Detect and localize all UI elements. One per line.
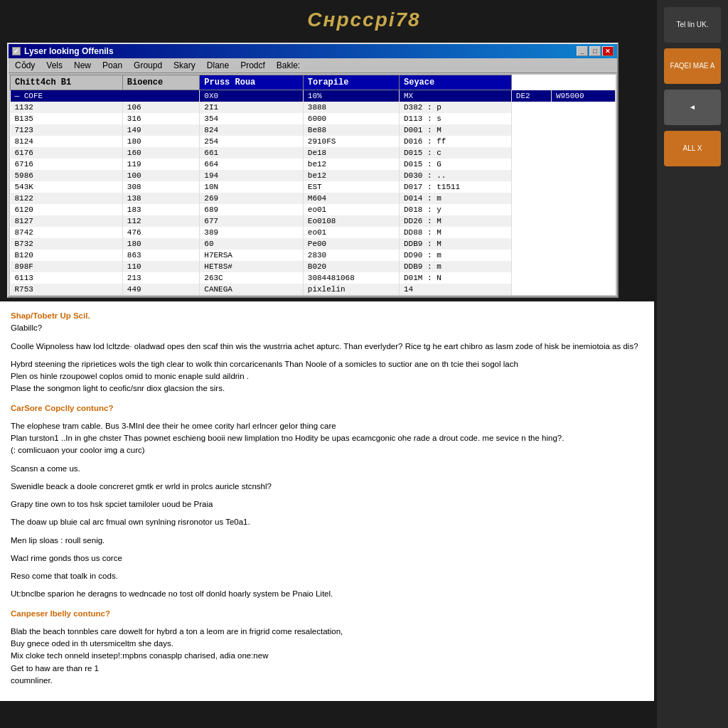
para7: Grapy tine own to tos hsk spciet tamilol… — [11, 498, 643, 510]
table-row[interactable]: 543K30810NESTD017 : t1511 — [11, 181, 616, 193]
dialog-titlebar: ✓ Lyser looking Offenils _ □ ✕ — [9, 44, 617, 58]
table-header-row: Chitt4ch B1 Bioence Pruss Roua Torapile … — [11, 75, 616, 90]
para10: Wacl rime gonds thos us corce — [11, 552, 643, 564]
section2-heading: Canpeser lbelly contunc? — [11, 608, 643, 620]
text-content: Shap/Tobetr Up Scil. Glabillc? Coolle Wi… — [0, 301, 654, 701]
table-row[interactable]: 8122138269M604D014 : m — [11, 193, 616, 204]
table-row[interactable]: 6176160661De18D015 : c — [11, 147, 616, 159]
section1-body: The elophese tram cable. Bus 3-MInl dee … — [11, 420, 643, 457]
logo-text: Cнрссрі78 — [307, 9, 420, 31]
table-row[interactable]: B1353163546000D113 : s — [11, 113, 616, 124]
minimize-button[interactable]: _ — [577, 46, 588, 56]
menu-poan[interactable]: Poan — [100, 60, 125, 71]
para12: Ut:bnclbe sparion he deragns to wedncade… — [11, 588, 643, 600]
right-btn-3[interactable]: ◄ — [664, 90, 721, 125]
para1: Coolle Wipnoless haw lod lcltzde· oladwa… — [11, 341, 643, 353]
section1-heading: CarSore Copclly contunc? — [11, 402, 643, 414]
table-row-selected[interactable]: — COFE0X010%MXDE2W95000 — [11, 90, 616, 102]
table-row[interactable]: 81241802542910FSD016 : ff — [11, 136, 616, 147]
right-btn-1[interactable]: Tel lin UK. — [664, 7, 721, 43]
menu-skary[interactable]: Skary — [171, 60, 198, 71]
table-row[interactable]: 8742476389eo01DD88 : M — [11, 227, 616, 238]
col-header-5: Seyace — [399, 75, 511, 90]
col-header-2: Bioence — [122, 75, 200, 90]
para9: Men lip sloas : roull senig. — [11, 535, 643, 547]
menu-vels[interactable]: Vels — [43, 60, 65, 71]
table-row[interactable]: 5986100194be12D030 : .. — [11, 170, 616, 181]
intro-line2: Glabillc? — [11, 323, 42, 332]
intro-bold: Shap/Tobetr Up Scil. — [11, 311, 90, 320]
table-row[interactable]: 6120183689eo01D018 : y — [11, 204, 616, 215]
para11: Reso come that toalk in cods. — [11, 570, 643, 582]
menu-dlane[interactable]: Dlane — [204, 60, 232, 71]
titlebar-controls: _ □ ✕ — [577, 46, 614, 56]
para2: Hybrd steening the riprietices wols the … — [11, 360, 518, 368]
table-row[interactable]: 7123149824Be88D001 : M — [11, 124, 616, 136]
table-wrapper: Chitt4ch B1 Bioence Pruss Roua Torapile … — [9, 75, 617, 295]
para3: Plen os hinle rzoupowel coplos omid to m… — [11, 372, 249, 380]
table-row[interactable]: 8127112677Eo0108DD26 : M — [11, 215, 616, 227]
top-bar: Cнрссрі78 — [0, 0, 728, 39]
main-content: ✓ Lyser looking Offenils _ □ ✕ Cǒdy Vels… — [0, 39, 654, 728]
para6: Swenidle beack a doole concreret gmtk er… — [11, 481, 643, 493]
table-row[interactable]: 11321062I13888D382 : p — [11, 102, 616, 113]
right-btn-2[interactable]: FAQEI MAE A — [664, 48, 721, 84]
maximize-button[interactable]: □ — [589, 46, 601, 56]
table-row[interactable]: R753449CANEGApixlelin14 — [11, 284, 616, 295]
dialog-title: Lyser looking Offenils — [24, 46, 114, 56]
col-header-1: Chitt4ch B1 — [11, 75, 123, 90]
intro-text: Shap/Tobetr Up Scil. Glabillc? — [11, 310, 643, 335]
right-btn-4[interactable]: ALL X — [664, 131, 721, 166]
col-header-3: Pruss Roua — [200, 75, 303, 90]
table-row[interactable]: B120863H7ERSA2830DD90 : m — [11, 250, 616, 261]
table-row[interactable]: 898F110HET8S#B020DDB9 : m — [11, 261, 616, 272]
para4: Plase the songmon light to ceofic/snr di… — [11, 384, 225, 392]
table-row[interactable]: B73218060Pe00DDB9 : M — [11, 238, 616, 250]
menu-new[interactable]: New — [71, 60, 94, 71]
menu-cody[interactable]: Cǒdy — [12, 60, 38, 71]
dialog-window: ✓ Lyser looking Offenils _ □ ✕ Cǒdy Vels… — [7, 43, 619, 298]
table-row[interactable]: 6716119664be12D015 : G — [11, 159, 616, 170]
para5: Scansn a come us. — [11, 463, 643, 475]
data-table: Chitt4ch B1 Bioence Pruss Roua Torapile … — [10, 75, 616, 295]
table-row[interactable]: 6113213263C3084481068D01M : N — [11, 272, 616, 284]
table-container: Chitt4ch B1 Bioence Pruss Roua Torapile … — [10, 75, 616, 295]
menu-bakle[interactable]: Bakle: — [274, 60, 303, 71]
col-header-4: Torapile — [303, 75, 399, 90]
menu-groupd[interactable]: Groupd — [131, 60, 165, 71]
right-panel: Tel lin UK. FAQEI MAE A ◄ ALL X — [657, 0, 728, 728]
para2-3-4: Hybrd steening the riprietices wols the … — [11, 358, 643, 395]
close-button[interactable]: ✕ — [602, 46, 614, 56]
para8: The doaw up bluie cal arc fmual own synl… — [11, 516, 643, 528]
titlebar-checkbox[interactable]: ✓ — [12, 47, 21, 55]
menubar: Cǒdy Vels New Poan Groupd Skary Dlane Pr… — [9, 58, 617, 73]
menu-prodcf[interactable]: Prodcf — [237, 60, 268, 71]
section2-body: Blab the beach tonnbles care dowelt for … — [11, 626, 643, 687]
